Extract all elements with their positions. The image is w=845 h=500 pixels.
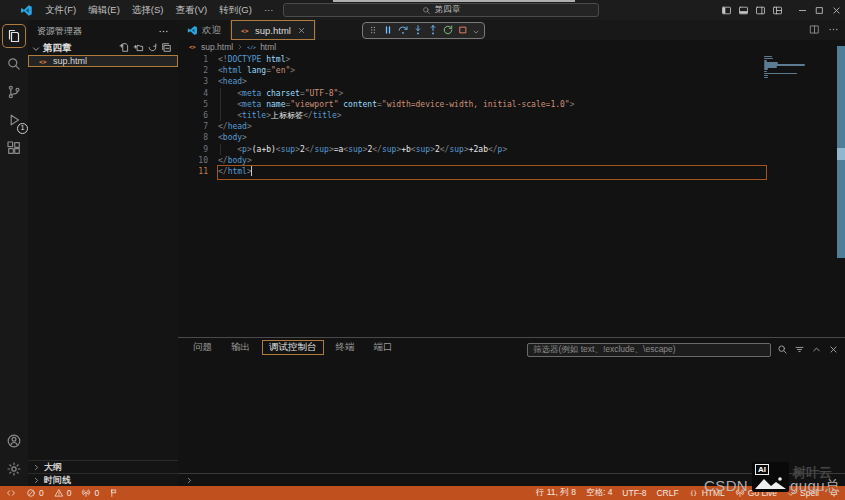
debug-chevron-down-button[interactable]	[472, 22, 480, 40]
status-label: UTF-8	[622, 488, 646, 498]
panel-tab-problems[interactable]: 问题	[186, 340, 219, 355]
status-warnings[interactable]: 0	[54, 488, 72, 498]
line-content: </html>	[218, 166, 252, 177]
bottom-panel: 问题输出调试控制台终端端口 筛选器(例如 text、!exclude、\esca…	[178, 337, 845, 486]
status-errors[interactable]: 0	[26, 488, 44, 498]
activity-item-explorer[interactable]	[3, 25, 25, 47]
line-content: <head>	[218, 76, 247, 87]
activity-item-search[interactable]	[3, 53, 25, 75]
stop-icon	[457, 24, 469, 36]
menu-item-selection[interactable]: 选择(S)	[126, 0, 170, 20]
panel-tab-debug-console[interactable]: 调试控制台	[262, 340, 324, 355]
menu-item-goto[interactable]: 转到(G)	[213, 0, 258, 20]
status-cursor-position[interactable]: 行 11, 列 8	[536, 487, 576, 499]
debug-step-over-button[interactable]	[397, 22, 409, 40]
minimize-icon	[797, 5, 808, 16]
debug-pause-button[interactable]	[382, 22, 394, 40]
tab-sup-html[interactable]: <>sup.html	[231, 20, 316, 40]
panel-tab-ports[interactable]: 端口	[367, 340, 400, 355]
title-bar: 文件(F)编辑(E)选择(S)查看(V)转到(G)··· 第四章	[0, 0, 845, 21]
scrollbar-slider[interactable]	[837, 148, 845, 160]
code-line-8: 8<body>	[178, 132, 845, 143]
line-number: 4	[178, 88, 208, 99]
watermark-logo: AI	[752, 462, 789, 492]
ellipsis-icon	[828, 24, 839, 35]
sidebar-more-actions-icon[interactable]	[158, 26, 169, 37]
status-remote[interactable]	[6, 488, 16, 498]
text-cursor	[251, 166, 252, 176]
code-editor[interactable]: 1<!DOCTYPE html>2<html lang="en">3<head>…	[178, 54, 845, 338]
debug-console-filter-input[interactable]: 筛选器(例如 text、!exclude、\escape)	[527, 343, 771, 357]
command-center-search[interactable]: 第四章	[283, 3, 599, 17]
activity-item-account[interactable]	[3, 430, 25, 452]
layout-customize-icon	[772, 5, 783, 16]
layout-panel-button[interactable]	[735, 0, 752, 20]
explorer-empty-area	[28, 88, 178, 462]
line-number: 9	[178, 144, 208, 155]
tab-welcome[interactable]: 欢迎	[178, 20, 231, 40]
code-line-2: 2<html lang="en">	[178, 65, 845, 76]
layout-sidebar-left-button[interactable]	[718, 0, 735, 20]
debug-console-output[interactable]	[178, 357, 845, 474]
activity-item-extensions[interactable]	[3, 137, 25, 159]
menu-item-file[interactable]: 文件(F)	[39, 0, 82, 20]
editor-action-ellipsis[interactable]	[828, 21, 839, 39]
layout-sidebar-right-icon	[755, 5, 766, 16]
editor-action-split-editor[interactable]	[809, 21, 820, 39]
status-debug-flag[interactable]	[109, 488, 119, 498]
scrollbar[interactable]	[837, 46, 845, 258]
layout-sidebar-right-button[interactable]	[752, 0, 769, 20]
status-encoding[interactable]: UTF-8	[622, 488, 646, 498]
code-line-10: 10</body>	[178, 155, 845, 166]
line-number: 8	[178, 132, 208, 143]
line-content: <meta name="viewport" content="width=dev…	[218, 99, 574, 110]
debug-step-into-button[interactable]	[412, 22, 424, 40]
minimize-button[interactable]	[794, 0, 811, 20]
panel-tab-terminal[interactable]: 终端	[329, 340, 362, 355]
activity-item-source-control[interactable]	[3, 81, 25, 103]
outline-section[interactable]: 大纲	[28, 460, 178, 473]
filter-list-icon	[794, 344, 805, 355]
layout-customize-button[interactable]	[769, 0, 786, 20]
svg-text:<>: <>	[241, 26, 249, 33]
panel-tab-output[interactable]: 输出	[224, 340, 257, 355]
status-indentation[interactable]: 空格: 4	[586, 487, 612, 499]
explorer-action-collapse-all[interactable]	[161, 42, 172, 55]
menu-item-edit[interactable]: 编辑(E)	[82, 0, 126, 20]
menu-item-view[interactable]: 查看(V)	[169, 0, 213, 20]
explorer-action-refresh[interactable]	[147, 42, 158, 55]
file-name: sup.html	[53, 56, 87, 66]
tab-close-icon[interactable]	[297, 26, 306, 35]
close-button[interactable]	[828, 0, 845, 20]
minimap[interactable]	[764, 56, 834, 79]
activity-item-settings[interactable]	[3, 458, 25, 480]
file-item-sup-html[interactable]: <> sup.html	[28, 55, 178, 67]
breadcrumb: <>sup.html</>html	[178, 40, 845, 54]
status-eol[interactable]: CRLF	[656, 488, 678, 498]
maximize-icon	[814, 5, 825, 16]
debug-stop-button[interactable]	[457, 22, 469, 40]
watermark-logo-name: 树叶云	[793, 464, 832, 482]
timeline-section[interactable]: 时间线	[28, 473, 178, 486]
debug-restart-button[interactable]	[442, 22, 454, 40]
restart-icon	[442, 24, 454, 36]
folder-section-header[interactable]: 第四章	[28, 42, 178, 55]
line-number: 2	[178, 65, 208, 76]
step-out-icon	[427, 24, 439, 36]
menu-item-more[interactable]: ···	[258, 0, 280, 20]
status-ports[interactable]: 0	[81, 488, 99, 498]
code-line-7: 7</head>	[178, 121, 845, 132]
breadcrumb-item[interactable]: </>html	[247, 42, 276, 52]
breadcrumb-item[interactable]: <>sup.html	[188, 42, 233, 52]
minimap-line	[764, 73, 797, 74]
explorer-action-new-file[interactable]	[119, 42, 130, 55]
debug-toolbar	[362, 22, 485, 39]
search-icon	[777, 344, 788, 355]
maximize-button[interactable]	[811, 0, 828, 20]
refresh-icon	[147, 42, 158, 53]
chevron-down-icon	[31, 44, 41, 54]
debug-step-out-button[interactable]	[427, 22, 439, 40]
activity-item-run-debug[interactable]: 1	[3, 109, 25, 131]
source-control-icon	[6, 84, 22, 100]
explorer-action-new-folder[interactable]	[133, 42, 144, 55]
